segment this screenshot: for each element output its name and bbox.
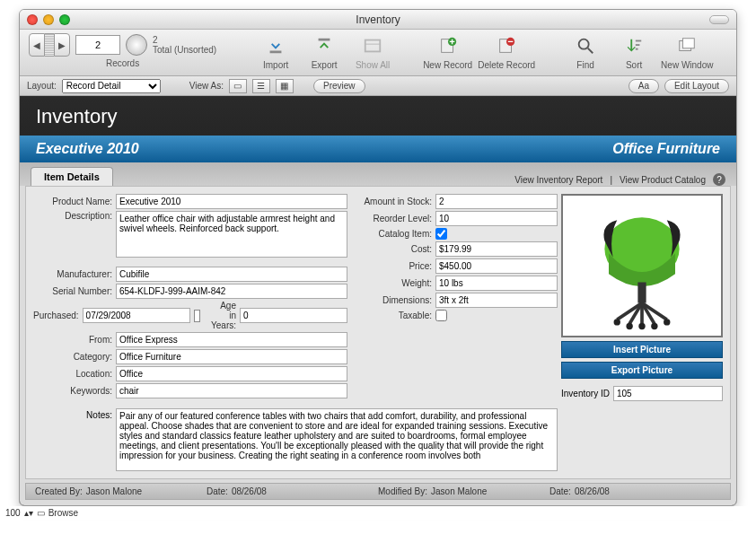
notes-label: Notes: (33, 408, 112, 420)
svg-rect-11 (636, 44, 640, 46)
manufacturer-label: Manufacturer: (33, 269, 112, 279)
export-picture-button[interactable]: Export Picture (561, 362, 723, 379)
amount-in-stock-input[interactable] (435, 194, 558, 209)
status-mode: Browse (48, 508, 78, 518)
modified-date-value: 08/26/08 (575, 486, 610, 496)
zoom-icon[interactable] (59, 14, 70, 25)
cost-input[interactable] (435, 241, 558, 257)
reorder-level-input[interactable] (435, 211, 558, 226)
dimensions-input[interactable] (435, 293, 558, 308)
sort-icon[interactable] (621, 33, 646, 58)
zoom-stepper-icon[interactable]: ▴▾ (24, 508, 33, 518)
svg-rect-14 (683, 39, 695, 48)
find-icon[interactable] (573, 33, 598, 58)
product-image[interactable] (561, 194, 723, 337)
view-table-icon[interactable]: ▦ (276, 79, 294, 93)
svg-line-9 (588, 48, 593, 54)
from-input[interactable] (116, 332, 347, 347)
stepper-grip-icon[interactable] (45, 33, 54, 57)
keywords-input[interactable] (116, 383, 347, 398)
location-label: Location: (33, 369, 112, 379)
preview-button[interactable]: Preview (313, 79, 365, 93)
col-left: Product Name: Description:Leather office… (33, 194, 347, 401)
edit-layout-button[interactable]: Edit Layout (664, 79, 729, 93)
prev-record-button[interactable]: ◀ (29, 33, 45, 57)
catalog-item-label: Catalog Item: (351, 229, 432, 239)
status-bar: 100 ▴▾ ▭ Browse (0, 506, 756, 520)
new-window-label: New Window (661, 60, 713, 70)
svg-rect-10 (636, 40, 641, 42)
layout-select[interactable]: Record Detail (62, 79, 161, 93)
price-input[interactable] (435, 258, 558, 274)
catalog-item-checkbox[interactable] (435, 228, 447, 240)
help-icon[interactable]: ? (713, 173, 725, 186)
tab-item-details[interactable]: Item Details (31, 167, 113, 186)
window-controls (27, 14, 70, 25)
view-list-icon[interactable]: ☰ (252, 79, 270, 93)
next-record-button[interactable]: ▶ (54, 33, 70, 57)
inventory-id-label: Inventory ID (561, 389, 610, 398)
svg-point-23 (664, 319, 670, 325)
show-all-icon[interactable] (360, 33, 385, 58)
notes-input[interactable]: Pair any of our featured conference tabl… (116, 408, 558, 471)
export-icon[interactable] (312, 33, 337, 58)
delete-record-label: Delete Record (478, 60, 535, 70)
zoom-level[interactable]: 100 (5, 508, 21, 518)
svg-point-24 (638, 323, 645, 329)
serial-number-input[interactable] (116, 284, 347, 299)
find-label: Find (576, 60, 593, 70)
records-label: Records (106, 58, 139, 68)
product-name-label: Product Name: (33, 197, 112, 206)
from-label: From: (33, 335, 112, 345)
record-dial-icon[interactable] (126, 34, 147, 56)
inventory-id-input[interactable] (613, 386, 723, 401)
dimensions-label: Dimensions: (351, 295, 432, 305)
purchased-label: Purchased: (33, 311, 79, 320)
notes-row: Notes: Pair any of our featured conferen… (33, 408, 558, 471)
delete-record-icon[interactable] (494, 33, 519, 58)
view-product-catalog-link[interactable]: View Product Catalog (620, 175, 706, 185)
view-as-label: View As: (189, 81, 224, 91)
new-record-icon[interactable] (435, 33, 461, 58)
import-icon[interactable] (263, 33, 288, 58)
record-category-title: Office Furniture (612, 141, 720, 157)
age-label: Age in Years: (211, 301, 236, 330)
view-form-icon[interactable]: ▭ (229, 79, 247, 93)
svg-point-8 (579, 39, 589, 49)
modified-by-label: Modified By: (378, 486, 427, 496)
insert-picture-button[interactable]: Insert Picture (561, 341, 723, 358)
location-input[interactable] (116, 366, 347, 381)
svg-rect-2 (365, 40, 381, 52)
record-title: Executive 2010 (36, 141, 139, 157)
svg-point-22 (614, 319, 620, 325)
minimize-icon[interactable] (43, 14, 54, 25)
status-mode-icon[interactable]: ▭ (37, 508, 45, 518)
created-by-value: Jason Malone (86, 486, 142, 496)
content-area: Inventory Executive 2010 Office Furnitur… (20, 96, 736, 505)
modified-by-value: Jason Malone (431, 486, 487, 496)
manufacturer-input[interactable] (116, 267, 347, 282)
category-input[interactable] (116, 349, 347, 364)
description-input[interactable]: Leather office chair with adjustable arm… (116, 211, 347, 258)
taxable-label: Taxable: (351, 311, 432, 320)
created-date-label: Date: (207, 486, 228, 496)
new-window-icon[interactable] (674, 33, 699, 58)
page-title: Inventory (20, 96, 736, 136)
toolbar-pill-icon[interactable] (709, 15, 729, 24)
purchased-input[interactable] (83, 308, 190, 323)
cost-label: Cost: (351, 244, 432, 254)
col-middle: Amount in Stock: Reorder Level: Catalog … (351, 194, 558, 401)
age-input[interactable] (240, 308, 347, 323)
product-name-input[interactable] (116, 194, 347, 209)
record-meta: 2 Total (Unsorted) (153, 35, 216, 55)
format-button[interactable]: Aa (629, 79, 659, 93)
weight-input[interactable] (435, 276, 558, 291)
close-icon[interactable] (27, 14, 38, 25)
import-label: Import (263, 60, 288, 70)
record-total-status: Total (Unsorted) (153, 45, 216, 55)
record-number-input[interactable] (75, 35, 120, 55)
view-inventory-report-link[interactable]: View Inventory Report (514, 175, 602, 185)
calendar-icon[interactable] (194, 310, 200, 322)
taxable-checkbox[interactable] (435, 310, 447, 321)
keywords-label: Keywords: (33, 386, 112, 396)
